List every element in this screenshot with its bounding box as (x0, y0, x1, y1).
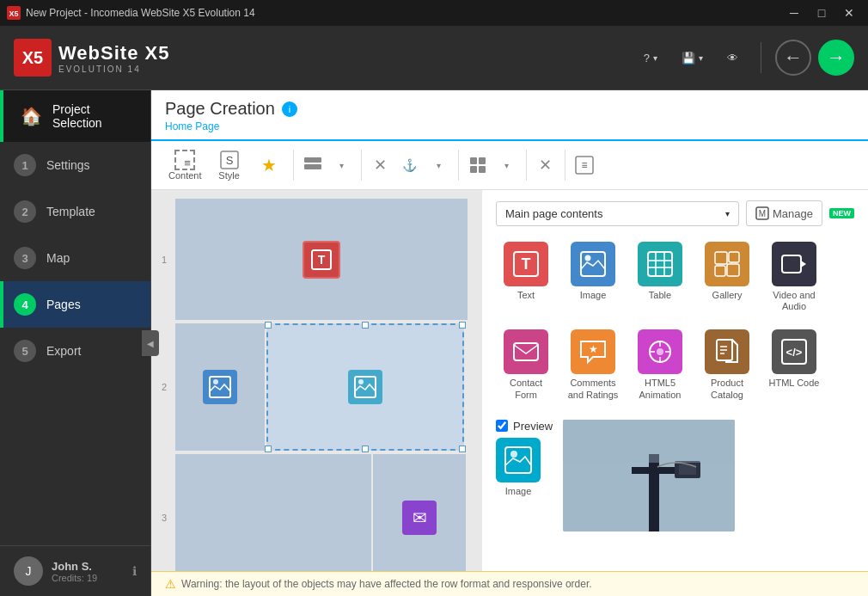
sidebar-item-pages[interactable]: 4 Pages (0, 281, 150, 328)
save-chevron: ▾ (699, 53, 703, 63)
sidebar-item-project-selection[interactable]: 🏠 Project Selection (0, 90, 150, 142)
handle-bl[interactable] (265, 445, 272, 452)
preview-image-svg (563, 420, 735, 531)
object-html5-animation[interactable]: HTML5 Animation (630, 324, 690, 405)
style-icon: S (219, 150, 240, 170)
html-code-label: HTML Code (769, 378, 820, 389)
object-table[interactable]: Table (630, 237, 690, 317)
page-info-icon[interactable]: i (282, 101, 297, 117)
sidebar-item-map[interactable]: 3 Map (0, 235, 150, 281)
svg-rect-9 (470, 166, 477, 173)
svg-rect-10 (479, 166, 486, 173)
sidebar-num-export: 5 (14, 340, 36, 362)
warning-bar: ⚠ Warning: the layout of the objects may… (151, 571, 868, 596)
svg-rect-5 (304, 157, 321, 163)
toolbar-separator-5 (565, 150, 565, 181)
preview-button[interactable]: 👁 (718, 46, 747, 70)
user-avatar: J (14, 556, 43, 586)
toolbar-content-button[interactable]: ≡ Content (162, 146, 209, 184)
cell-2-1[interactable] (175, 323, 265, 451)
svg-text:T: T (522, 255, 531, 273)
object-gallery[interactable]: Gallery (697, 237, 757, 317)
sidebar-item-export[interactable]: 5 Export (0, 328, 150, 374)
contents-dropdown[interactable]: Main page contents ▾ (496, 201, 739, 226)
breadcrumb[interactable]: Home Page (165, 119, 854, 139)
forward-button[interactable]: → (818, 40, 854, 76)
cell-3-2[interactable]: ✉ (373, 454, 466, 571)
image-label: Image (580, 290, 607, 301)
svg-point-24 (585, 255, 591, 261)
cell-2-2-icon (348, 370, 382, 404)
toolbar-style-button[interactable]: S Style (211, 146, 248, 184)
toolbar-anchor-dropdown[interactable]: ▾ (425, 151, 453, 179)
manage-button[interactable]: M Manage (746, 200, 822, 226)
help-chevron: ▾ (653, 53, 657, 63)
svg-point-51 (510, 451, 517, 458)
sidebar-item-settings[interactable]: 1 Settings (0, 142, 150, 188)
object-contact-form[interactable]: Contact Form (496, 324, 556, 405)
product-catalog-label: Product Catalog (700, 378, 754, 400)
object-product-catalog[interactable]: Product Catalog (697, 324, 757, 405)
maximize-button[interactable]: □ (810, 3, 834, 22)
toolbar-delete-button[interactable]: ✕ (367, 151, 394, 179)
contact-icon-svg (512, 338, 540, 366)
svg-rect-36 (514, 343, 538, 360)
html-code-object-icon: </> (772, 329, 816, 374)
back-button[interactable]: ← (775, 40, 811, 76)
catalog-icon-svg (713, 338, 741, 366)
grid-chevron-icon: ▾ (504, 161, 509, 170)
toolbar-grid-button[interactable] (464, 151, 492, 179)
image-cell-icon-2 (354, 376, 376, 398)
cell-1-1[interactable]: T (175, 199, 468, 320)
toolbar-grid-dropdown[interactable]: ▾ (493, 151, 521, 179)
handle-tr[interactable] (459, 322, 466, 329)
user-credits: Credits: 19 (52, 573, 124, 583)
cell-2-2[interactable] (266, 323, 464, 451)
toolbar-row-dropdown[interactable]: ▾ (328, 151, 356, 179)
user-info-icon[interactable]: ℹ (132, 564, 137, 578)
toolbar-favorite-button[interactable]: ★ (250, 151, 288, 179)
object-comments-ratings[interactable]: ★ Comments and Ratings (563, 324, 623, 405)
preview-image-icon-box (496, 438, 541, 482)
handle-bm[interactable] (362, 445, 369, 452)
close-button[interactable]: ✕ (837, 3, 861, 22)
svg-text:T: T (318, 253, 326, 267)
help-button[interactable]: ? ▾ (635, 46, 666, 70)
svg-rect-31 (729, 252, 739, 262)
sidebar-collapse-button[interactable]: ◀ (142, 330, 159, 356)
cell-3-1[interactable] (175, 454, 371, 571)
preview-checkbox[interactable] (496, 420, 508, 432)
panel-controls-row: Main page contents ▾ M Manage NEW (496, 200, 854, 226)
toolbar-delete2-button[interactable]: ✕ (532, 151, 559, 179)
object-text[interactable]: T Text (496, 237, 556, 317)
table-label: Table (649, 290, 671, 301)
header-actions: ? ▾ 💾 ▾ 👁 ← → (635, 40, 854, 76)
handle-br[interactable] (459, 445, 466, 452)
logo-text: WebSite X5 EVOLUTION 14 (58, 42, 169, 74)
svg-rect-7 (470, 157, 477, 164)
svg-rect-34 (782, 255, 801, 273)
object-html-code[interactable]: </> HTML Code (764, 324, 824, 405)
svg-rect-32 (715, 266, 725, 276)
svg-rect-53 (649, 454, 659, 531)
toolbar-preview-toggle[interactable]: ≡ (571, 151, 598, 179)
handle-tl[interactable] (265, 322, 272, 329)
object-video-audio[interactable]: Video and Audio (764, 237, 824, 317)
save-button[interactable]: 💾 ▾ (673, 46, 712, 70)
object-image[interactable]: Image (563, 237, 623, 317)
sidebar-label-template: Template (46, 205, 95, 218)
toolbar-rows-button[interactable] (299, 151, 327, 179)
sidebar-num-map: 3 (14, 247, 36, 269)
page-row-2: 2 (175, 323, 474, 451)
sidebar-item-template[interactable]: 2 Template (0, 188, 150, 235)
preview-section: Preview Image (496, 420, 854, 531)
gallery-label: Gallery (712, 290, 743, 301)
handle-tm[interactable] (362, 322, 369, 329)
window-controls: ─ □ ✕ (782, 3, 861, 22)
sidebar-label-export: Export (46, 344, 81, 358)
minimize-button[interactable]: ─ (782, 3, 806, 22)
sidebar-label-pages: Pages (46, 298, 81, 311)
preview-label[interactable]: Preview (513, 420, 553, 433)
preview-checkbox-row[interactable]: Preview (496, 420, 553, 433)
toolbar-more-button[interactable]: ⚓ (396, 151, 424, 179)
